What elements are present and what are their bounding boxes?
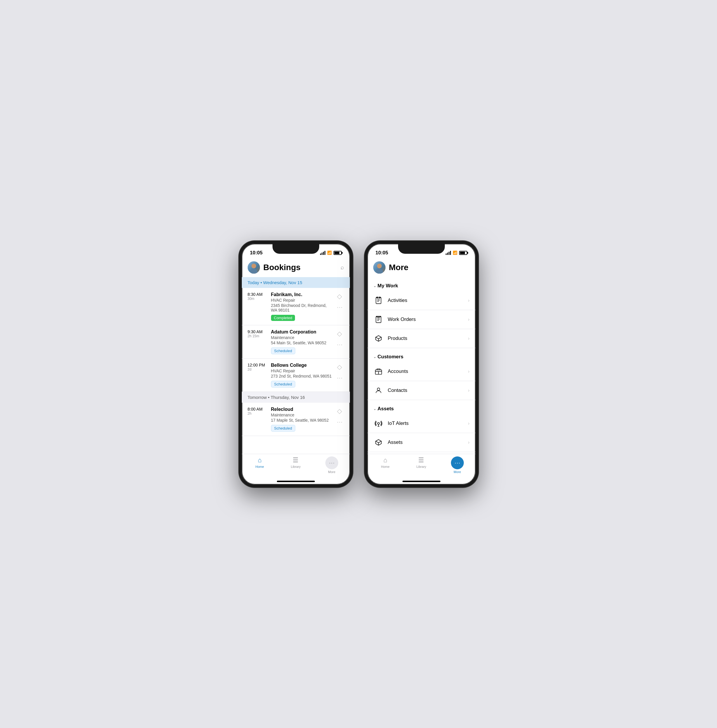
app-header: More (368, 259, 476, 277)
booking-address: 273 2nd St, Redmond, WA 98051 (271, 374, 333, 378)
page-title: More (389, 263, 470, 272)
more-bubble-active: ⋯ (451, 456, 464, 469)
more-dots-icon: ⋯ (455, 459, 460, 466)
booking-item[interactable]: 8:30 AM 30m Fabrikam, Inc. HVAC Repair 2… (242, 288, 350, 325)
menu-item-label: Products (388, 336, 468, 341)
booking-company: Bellows College (271, 363, 333, 368)
tab-home-label: Home (381, 465, 389, 469)
signal-icon (320, 251, 325, 255)
booking-service: Maintenance (271, 413, 333, 417)
tab-home[interactable]: ⌂ Home (242, 456, 278, 474)
tab-home[interactable]: ⌂ Home (368, 456, 403, 474)
app-header: Bookings ⌕ (242, 259, 350, 277)
booking-address: 2345 Birchwood Dr, Redmond, WA 98101 (271, 303, 333, 313)
booking-service: HVAC Repair (271, 369, 333, 373)
work-orders-icon (373, 314, 384, 325)
menu-item-work-orders[interactable]: Work Orders › (368, 310, 476, 329)
tab-library[interactable]: ☰ Library (278, 456, 314, 474)
menu-item-activities[interactable]: Activities › (368, 291, 476, 310)
section-label: Customers (378, 354, 404, 360)
status-badge: Completed (271, 315, 295, 321)
wifi-icon: 📶 (453, 250, 458, 255)
booking-address: 17 Maple St, Seattle, WA 98052 (271, 418, 333, 423)
battery-icon (334, 251, 342, 255)
menu-item-products[interactable]: Products › (368, 329, 476, 348)
tab-more[interactable]: ⋯ More (314, 456, 349, 474)
status-time: 10:05 (375, 250, 388, 256)
svg-rect-6 (376, 316, 381, 323)
navigate-icon[interactable]: ◇ (335, 292, 344, 301)
battery-icon (459, 251, 467, 255)
tab-library-label: Library (291, 465, 301, 469)
navigate-icon[interactable]: ◇ (335, 330, 344, 338)
booking-actions: ◇ ⋯ (333, 407, 344, 426)
booking-duration: 2d (248, 367, 271, 371)
booking-details: Bellows College HVAC Repair 273 2nd St, … (271, 363, 333, 388)
library-icon: ☰ (293, 456, 299, 464)
svg-point-15 (377, 422, 379, 424)
svg-point-14 (377, 388, 380, 391)
menu-item-contacts[interactable]: Contacts › (368, 381, 476, 400)
booking-duration: 2h (248, 411, 271, 415)
booking-company: Fabrikam, Inc. (271, 292, 333, 297)
home-indicator (277, 481, 315, 482)
more-dots-icon[interactable]: ⋯ (337, 341, 343, 348)
booking-time: 8:00 AM 2h (248, 407, 271, 415)
booking-actions: ◇ ⋯ (333, 330, 344, 348)
more-list: ⌄ My Work Activities › (368, 277, 476, 454)
navigate-icon[interactable]: ◇ (335, 363, 344, 371)
status-badge: Scheduled (271, 425, 295, 432)
booking-time: 9:30 AM 2h 15m (248, 330, 271, 338)
section-header-customers: ⌄ Customers (368, 348, 476, 362)
tab-home-label: Home (255, 465, 264, 469)
menu-item-iot-alerts[interactable]: IoT Alerts › (368, 414, 476, 433)
menu-item-label: Accounts (388, 369, 468, 374)
tab-bar: ⌂ Home ☰ Library ⋯ More (368, 454, 476, 479)
more-dots-icon[interactable]: ⋯ (337, 374, 343, 382)
section-header-assets: ⌄ Assets (368, 400, 476, 414)
chevron-right-icon: › (468, 298, 469, 303)
menu-item-label: Activities (388, 298, 468, 304)
status-badge: Scheduled (271, 348, 295, 354)
svg-rect-0 (376, 297, 381, 304)
chevron-right-icon: › (468, 440, 469, 445)
more-phone: 10:05 📶 More ⌄ My Work (365, 241, 478, 487)
booking-company: Relecloud (271, 407, 333, 412)
avatar (248, 261, 260, 274)
tab-more[interactable]: ⋯ More (439, 456, 475, 474)
status-icons: 📶 (446, 250, 467, 255)
more-dots-icon[interactable]: ⋯ (337, 304, 343, 311)
booking-item[interactable]: 8:00 AM 2h Relecloud Maintenance 17 Mapl… (242, 403, 350, 436)
booking-item[interactable]: 9:30 AM 2h 15m Adatum Corporation Mainte… (242, 325, 350, 359)
booking-service: Maintenance (271, 335, 333, 340)
page-title: Bookings (264, 263, 340, 272)
booking-item[interactable]: 12:00 PM 2d Bellows College HVAC Repair … (242, 359, 350, 392)
menu-item-label: Work Orders (388, 317, 468, 322)
more-dots-icon[interactable]: ⋯ (337, 418, 343, 426)
tab-library[interactable]: ☰ Library (403, 456, 439, 474)
notch (398, 244, 445, 254)
chevron-right-icon: › (468, 336, 469, 341)
status-icons: 📶 (320, 250, 342, 255)
booking-service: HVAC Repair (271, 298, 333, 302)
tab-library-label: Library (416, 465, 426, 469)
tab-bar: ⌂ Home ☰ Library ⋯ More (242, 454, 350, 479)
navigate-icon[interactable]: ◇ (335, 407, 344, 415)
booking-time-main: 9:30 AM (248, 330, 271, 334)
booking-duration: 30m (248, 297, 271, 301)
menu-item-assets[interactable]: Assets › (368, 433, 476, 452)
tab-more-label: More (453, 470, 461, 474)
booking-time-main: 12:00 PM (248, 363, 271, 367)
booking-actions: ◇ ⋯ (333, 292, 344, 311)
more-dots-icon: ⋯ (329, 459, 335, 466)
booking-actions: ◇ ⋯ (333, 363, 344, 382)
chevron-down-icon: ⌄ (373, 354, 377, 359)
status-time: 10:05 (250, 250, 262, 256)
search-icon[interactable]: ⌕ (340, 264, 344, 271)
section-label: My Work (378, 283, 398, 289)
menu-item-accounts[interactable]: Accounts › (368, 362, 476, 381)
section-label: Assets (378, 406, 394, 412)
tomorrow-date-header: Tomorrow • Thursday, Nov 16 (242, 392, 350, 403)
chevron-down-icon: ⌄ (373, 406, 377, 411)
iot-alerts-icon (373, 418, 384, 429)
